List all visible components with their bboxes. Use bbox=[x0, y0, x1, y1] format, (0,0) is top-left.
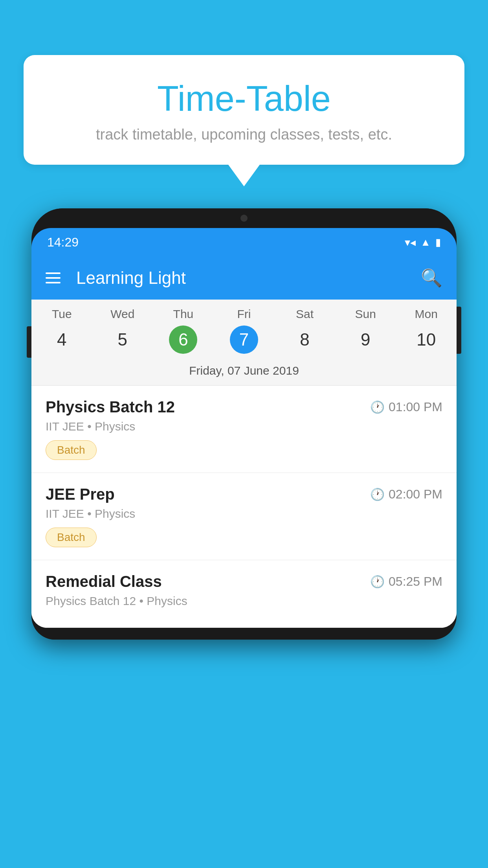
search-icon[interactable]: 🔍 bbox=[421, 268, 442, 288]
schedule-item-title: Remedial Class bbox=[46, 573, 162, 590]
notch bbox=[224, 208, 264, 228]
schedule-item-title: JEE Prep bbox=[46, 485, 115, 503]
phone-side-button-right bbox=[457, 307, 461, 354]
camera bbox=[240, 215, 248, 222]
phone-bottom-bar bbox=[31, 628, 457, 640]
schedule-item-header: Physics Batch 12 🕐 01:00 PM bbox=[46, 398, 442, 416]
calendar-day-8[interactable]: Sat8 bbox=[274, 307, 335, 354]
status-time: 14:29 bbox=[47, 235, 79, 250]
schedule-item-2[interactable]: Remedial Class 🕐 05:25 PM Physics Batch … bbox=[31, 560, 457, 628]
day-name: Fri bbox=[214, 307, 275, 321]
calendar-day-5[interactable]: Wed5 bbox=[92, 307, 153, 354]
schedule-item-header: Remedial Class 🕐 05:25 PM bbox=[46, 573, 442, 590]
phone-body: 14:29 ▾◂ ▲ ▮ Learning Light 🔍 bbox=[31, 208, 457, 640]
speech-bubble: Time-Table track timetable, upcoming cla… bbox=[24, 55, 464, 165]
schedule-item-time: 🕐 01:00 PM bbox=[370, 400, 442, 414]
calendar-day-4[interactable]: Tue4 bbox=[31, 307, 92, 354]
schedule-item-time: 🕐 02:00 PM bbox=[370, 487, 442, 502]
clock-icon: 🕐 bbox=[370, 400, 385, 414]
phone-frame: 14:29 ▾◂ ▲ ▮ Learning Light 🔍 bbox=[31, 208, 457, 868]
app-subtitle: track timetable, upcoming classes, tests… bbox=[55, 126, 433, 143]
calendar-day-6[interactable]: Thu6 bbox=[153, 307, 214, 354]
batch-badge: Batch bbox=[46, 528, 97, 547]
phone-screen: 14:29 ▾◂ ▲ ▮ Learning Light 🔍 bbox=[31, 228, 457, 628]
clock-icon: 🕐 bbox=[370, 575, 385, 588]
phone-top-bar bbox=[31, 208, 457, 228]
day-number: 7 bbox=[230, 326, 258, 354]
day-number: 5 bbox=[108, 326, 137, 354]
schedule-item-subtitle: IIT JEE • Physics bbox=[46, 507, 442, 520]
wifi-icon: ▾◂ bbox=[405, 236, 416, 249]
day-name: Tue bbox=[31, 307, 92, 321]
speech-bubble-container: Time-Table track timetable, upcoming cla… bbox=[24, 55, 464, 186]
day-name: Sat bbox=[274, 307, 335, 321]
calendar-header: Tue4Wed5Thu6Fri7Sat8Sun9Mon10 bbox=[31, 300, 457, 358]
day-name: Thu bbox=[153, 307, 214, 321]
clock-icon: 🕐 bbox=[370, 487, 385, 501]
app-bar-title: Learning Light bbox=[76, 268, 409, 288]
day-name: Mon bbox=[396, 307, 457, 321]
batch-badge: Batch bbox=[46, 440, 97, 460]
signal-icon: ▲ bbox=[420, 236, 431, 248]
status-bar: 14:29 ▾◂ ▲ ▮ bbox=[31, 228, 457, 256]
schedule-item-header: JEE Prep 🕐 02:00 PM bbox=[46, 485, 442, 503]
hamburger-line-3 bbox=[46, 282, 61, 283]
schedule-list: Physics Batch 12 🕐 01:00 PM IIT JEE • Ph… bbox=[31, 386, 457, 628]
day-number: 6 bbox=[169, 326, 197, 354]
calendar-section: Tue4Wed5Thu6Fri7Sat8Sun9Mon10 Friday, 07… bbox=[31, 300, 457, 386]
schedule-item-0[interactable]: Physics Batch 12 🕐 01:00 PM IIT JEE • Ph… bbox=[31, 386, 457, 473]
calendar-day-10[interactable]: Mon10 bbox=[396, 307, 457, 354]
schedule-item-title: Physics Batch 12 bbox=[46, 398, 175, 416]
day-number: 4 bbox=[48, 326, 76, 354]
schedule-item-subtitle: IIT JEE • Physics bbox=[46, 420, 442, 433]
phone-side-button-left bbox=[27, 326, 31, 358]
calendar-day-9[interactable]: Sun9 bbox=[335, 307, 396, 354]
schedule-item-time: 🕐 05:25 PM bbox=[370, 574, 442, 589]
menu-button[interactable] bbox=[46, 272, 61, 283]
calendar-day-7[interactable]: Fri7 bbox=[214, 307, 275, 354]
day-number: 8 bbox=[291, 326, 319, 354]
selected-date: Friday, 07 June 2019 bbox=[31, 358, 457, 386]
day-number: 10 bbox=[412, 326, 440, 354]
app-bar: Learning Light 🔍 bbox=[31, 256, 457, 300]
day-name: Sun bbox=[335, 307, 396, 321]
schedule-item-1[interactable]: JEE Prep 🕐 02:00 PM IIT JEE • Physics Ba… bbox=[31, 473, 457, 560]
hamburger-line-1 bbox=[46, 272, 61, 274]
app-title: Time-Table bbox=[55, 79, 433, 119]
speech-bubble-arrow bbox=[228, 165, 260, 186]
day-number: 9 bbox=[351, 326, 380, 354]
battery-icon: ▮ bbox=[435, 236, 441, 248]
status-icons: ▾◂ ▲ ▮ bbox=[405, 236, 441, 249]
schedule-item-subtitle: Physics Batch 12 • Physics bbox=[46, 594, 442, 608]
hamburger-line-2 bbox=[46, 277, 61, 279]
day-name: Wed bbox=[92, 307, 153, 321]
